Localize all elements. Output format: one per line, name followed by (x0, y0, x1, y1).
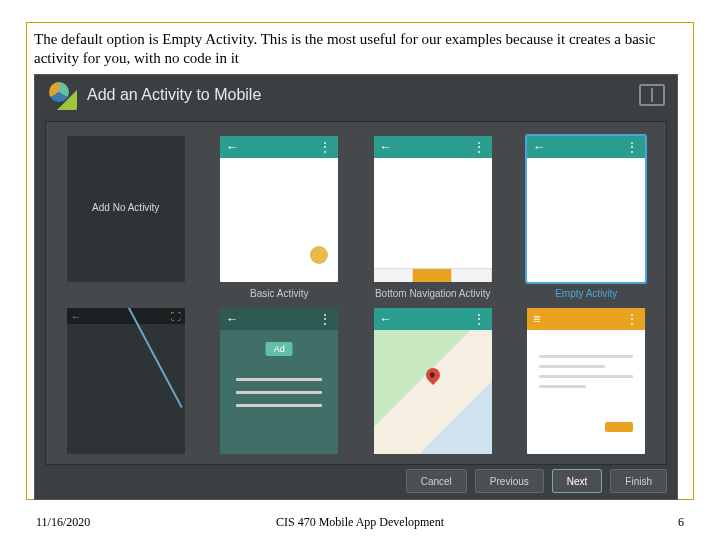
map-preview-icon (374, 330, 492, 454)
template-thumb: ← ⋮ (220, 136, 338, 282)
finish-button[interactable]: Finish (610, 469, 667, 493)
overflow-menu-icon: ⋮ (473, 140, 486, 154)
template-basic-activity[interactable]: ← ⋮ Basic Activity (218, 136, 342, 302)
template-thumb: ← ⋮ (374, 136, 492, 282)
template-master-detail-activity[interactable]: ≡ ⋮ (525, 308, 649, 465)
footer-page: 6 (678, 515, 684, 530)
overflow-menu-icon: ⋮ (319, 312, 332, 326)
bottom-nav-bar-icon (374, 268, 492, 282)
template-thumb: ≡ ⋮ (527, 308, 645, 454)
slide-footer: 11/16/2020 CIS 470 Mobile App Developmen… (0, 515, 720, 530)
device-preview-icon (639, 84, 665, 106)
template-thumb: ← ⋮ (527, 136, 645, 282)
wizard-button-bar: Cancel Previous Next Finish (406, 469, 667, 493)
template-bottom-navigation[interactable]: ← ⋮ Bottom Navigation Activity (371, 136, 495, 302)
template-fullscreen-activity[interactable]: ← ⛶ (64, 308, 188, 465)
hamburger-icon: ≡ (533, 312, 540, 326)
template-empty-activity[interactable]: ← ⋮ Empty Activity (525, 136, 649, 302)
action-chip-icon (605, 422, 633, 432)
template-thumb: ← ⛶ (67, 308, 185, 454)
back-arrow-icon: ← (226, 312, 238, 326)
previous-button[interactable]: Previous (475, 469, 544, 493)
fab-icon (310, 246, 328, 264)
back-arrow-icon: ← (380, 140, 392, 154)
back-arrow-icon: ← (226, 140, 238, 154)
wizard-title: Add an Activity to Mobile (87, 86, 629, 104)
ad-badge: Ad (266, 342, 293, 356)
wizard-window: Add an Activity to Mobile Add No Activit… (34, 74, 678, 500)
template-label: Bottom Navigation Activity (375, 288, 491, 302)
slide-caption: The default option is Empty Activity. Th… (34, 30, 690, 68)
android-studio-logo-icon (47, 80, 77, 110)
wizard-header: Add an Activity to Mobile (35, 75, 677, 115)
placeholder-lines-icon (236, 368, 322, 417)
wizard-body: Add No Activity ← ⋮ Basic Activity (45, 121, 667, 465)
no-activity-label: Add No Activity (67, 202, 185, 213)
overflow-menu-icon: ⋮ (319, 140, 332, 154)
template-label: Empty Activity (555, 288, 617, 302)
cancel-button[interactable]: Cancel (406, 469, 467, 493)
template-admob-activity[interactable]: ← ⋮ Ad (218, 308, 342, 465)
back-arrow-icon: ← (71, 311, 81, 322)
overflow-menu-icon: ⋮ (626, 140, 639, 154)
template-thumb: ← ⋮ (374, 308, 492, 454)
overflow-menu-icon: ⋮ (626, 312, 639, 326)
template-thumb: Add No Activity (67, 136, 185, 282)
footer-course: CIS 470 Mobile App Development (276, 515, 444, 530)
template-grid: Add No Activity ← ⋮ Basic Activity (64, 136, 648, 465)
template-label: Basic Activity (250, 288, 308, 302)
template-thumb: ← ⋮ Ad (220, 308, 338, 454)
template-add-no-activity[interactable]: Add No Activity (64, 136, 188, 302)
back-arrow-icon: ← (380, 312, 392, 326)
next-button[interactable]: Next (552, 469, 603, 493)
expand-icon: ⛶ (171, 311, 181, 322)
overflow-menu-icon: ⋮ (473, 312, 486, 326)
template-maps-activity[interactable]: ← ⋮ (371, 308, 495, 465)
footer-date: 11/16/2020 (36, 515, 90, 530)
placeholder-lines-icon (539, 348, 633, 395)
back-arrow-icon: ← (533, 140, 545, 154)
